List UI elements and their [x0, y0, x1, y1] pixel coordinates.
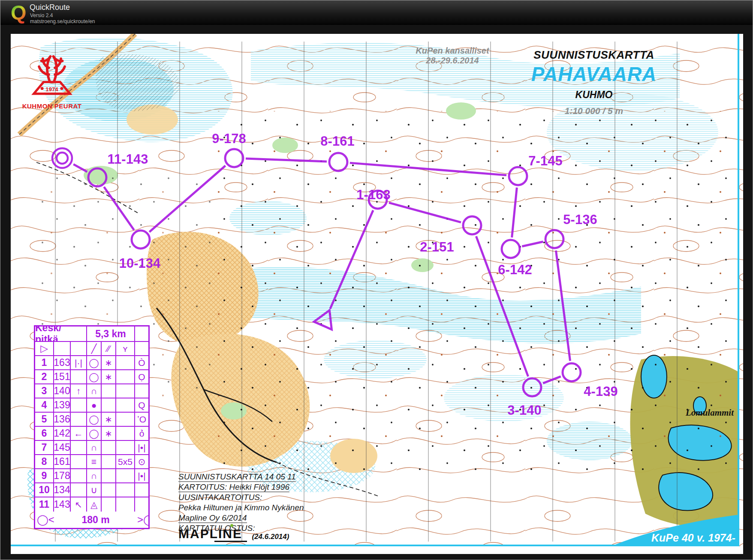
symbol-cell [102, 398, 116, 412]
course-length: 5,3 km [87, 326, 135, 341]
mapline-logo-bar [214, 541, 247, 542]
description-row: 8161≡5x5⊙ [35, 455, 148, 469]
symbol-cell: 5x5 [116, 455, 135, 468]
symbol-cell: ∪ [87, 483, 102, 497]
control-code-cell: 163 [54, 356, 71, 369]
description-row: 5136◯∗ʽO [35, 413, 148, 427]
symbol-cell: ∗ [102, 427, 116, 440]
symbol-cell [116, 384, 135, 398]
symbol-cell [71, 469, 87, 482]
control-number-cell: 3 [35, 384, 54, 398]
app-url: matstroeng.se/quickroute/en [30, 18, 95, 24]
course-leg [104, 187, 134, 230]
symbol-cell: ↑ [71, 384, 87, 398]
symbol-cell: ◯ [87, 413, 102, 426]
symbol-cell [71, 441, 87, 454]
control-code-cell: 151 [54, 370, 71, 383]
symbol-cell [116, 483, 135, 497]
description-footer: ◯< 180 m >◯ [35, 512, 148, 528]
symbol-cell: ╱ [87, 342, 102, 355]
description-row: 9178∩|•| [35, 469, 148, 483]
symbol-cell [116, 441, 135, 454]
control-label: 3-140 [507, 403, 541, 418]
symbol-cell: ∩ [87, 469, 102, 482]
symbol-cell [71, 370, 87, 383]
map-region: KUHMO [517, 89, 671, 101]
control-code-cell: 140 [54, 384, 71, 398]
course-leg [350, 163, 506, 175]
description-row: 4139●Q [35, 398, 148, 413]
symbol-cell: ◯ [87, 427, 102, 440]
club-logo-year: 1974 [45, 86, 58, 93]
place-label: Lomulammit [671, 407, 748, 418]
symbol-cell [71, 455, 87, 468]
control-label: 1-163 [356, 187, 390, 202]
symbol-cell: |•| [135, 441, 148, 454]
symbol-cell: ← [71, 427, 87, 440]
control-circle [225, 149, 243, 167]
finish-circle-outer [52, 148, 72, 168]
control-circle [563, 363, 581, 381]
control-code-cell: 178 [54, 469, 71, 482]
symbol-cell [116, 356, 135, 369]
course-leg [522, 242, 543, 246]
control-label: 11-143 [108, 152, 148, 167]
control-code-cell: 142 [54, 427, 71, 440]
symbol-cell: ◬ [87, 497, 102, 512]
description-header: Kesk/ pitkä 5,3 km [35, 326, 148, 342]
control-number-cell: 7 [35, 441, 54, 454]
symbol-cell: ʽO [135, 413, 148, 426]
symbol-cell: ∗ [102, 370, 116, 383]
description-row: 11143↖◬ [35, 497, 148, 512]
symbol-cell: ≡ [87, 455, 102, 468]
control-label: 2-151 [420, 240, 454, 255]
control-circle [502, 240, 520, 258]
control-code-cell: 136 [54, 413, 71, 426]
control-code-cell: 143 [54, 497, 71, 512]
finish-symbol-right: >◯ [137, 514, 148, 526]
app-titlebar: Q QuickRoute Versio 2.4 matstroeng.se/qu… [0, 0, 753, 25]
print-date: (24.6.2014) [252, 533, 289, 541]
header-spare-cell [135, 326, 148, 341]
credit-line: KARTOITUS: Heikki Flöjt 1996 [178, 482, 324, 492]
course-leg [246, 159, 327, 162]
symbol-cell: ʏ [116, 342, 135, 355]
symbol-cell: ỏ [135, 427, 148, 440]
description-row: 1163|·|◯∗Ò [35, 356, 148, 370]
control-number-cell: 5 [35, 413, 54, 426]
map-type-label: SUUNNISTUSKARTTA [517, 48, 671, 62]
description-row: 7145∩|•| [35, 441, 148, 455]
event-title: KuPen kansalliset 28.-29.6.2014 [388, 46, 517, 66]
control-label: 10-134 [119, 256, 161, 271]
mapline-logo-dot [230, 524, 233, 527]
symbol-cell [135, 497, 148, 512]
finish-distance: 180 m [54, 514, 137, 526]
symbol-cell: ◯ [87, 370, 102, 383]
symbol-cell: Q [135, 398, 148, 412]
symbol-cell [71, 398, 87, 412]
quickroute-window: Q QuickRoute Versio 2.4 matstroeng.se/qu… [0, 0, 753, 560]
symbol-cell [116, 413, 135, 426]
symbol-cell [116, 370, 135, 383]
symbol-cell: ● [87, 398, 102, 412]
start-triangle [314, 310, 331, 329]
course-leg [476, 236, 528, 376]
quickroute-logo-icon: Q [11, 1, 27, 24]
map-credits: SUUNNISTUSKARTTA 14 05 11 KARTOITUS: Hei… [178, 472, 324, 533]
control-circle [132, 231, 150, 249]
control-number-cell: 2 [35, 370, 54, 383]
app-title: QuickRoute [30, 3, 70, 12]
symbol-cell [116, 469, 135, 482]
control-label: 8-161 [320, 134, 354, 149]
control-label: 6-142 [498, 262, 532, 277]
control-label: 4-139 [584, 384, 617, 399]
symbol-cell: ∗ [102, 356, 116, 369]
app-version: Versio 2.4 [30, 12, 53, 18]
credit-line: UUSINTAKARTOITUS: [178, 492, 324, 502]
map-canvas[interactable]: 1-1632-1513-1404-1395-1366-1427-1458-161… [11, 34, 743, 554]
control-label: 7-145 [528, 153, 562, 168]
symbol-cell [116, 427, 135, 440]
control-code-cell: 145 [54, 441, 71, 454]
control-number-cell: 8 [35, 455, 54, 468]
course-name: Kesk/ pitkä [35, 326, 87, 341]
